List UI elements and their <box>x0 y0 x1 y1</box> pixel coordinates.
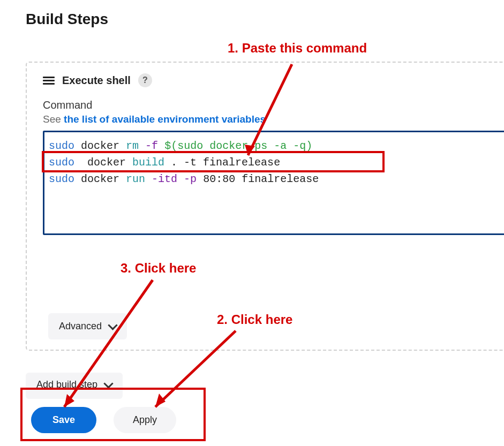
code-line-3: sudo docker run -itd -p 80:80 finalrelea… <box>49 171 504 187</box>
code-line-2: sudo docker build . -t finalrelease <box>49 154 504 171</box>
step-header: Execute shell ? <box>43 73 504 87</box>
svg-marker-3 <box>155 394 166 407</box>
help-icon[interactable]: ? <box>138 73 152 87</box>
drag-handle-icon[interactable] <box>43 77 55 85</box>
see-prefix: See <box>43 114 64 125</box>
command-textarea[interactable]: sudo docker rm -f $(sudo docker ps -a -q… <box>43 131 504 235</box>
command-help-text: See the list of available environment va… <box>43 114 504 125</box>
chevron-down-icon <box>108 320 117 330</box>
add-build-step-button[interactable]: Add build step <box>26 373 123 399</box>
page-title: Build Steps <box>0 0 504 28</box>
step-title: Execute shell <box>62 74 131 87</box>
env-vars-link[interactable]: the list of available environment variab… <box>64 114 266 125</box>
add-build-step-label: Add build step <box>36 379 97 390</box>
advanced-label: Advanced <box>59 321 102 332</box>
chevron-down-icon <box>103 379 113 388</box>
advanced-button[interactable]: Advanced <box>48 313 127 339</box>
annotation-text-1: 1. Paste this command <box>228 41 367 56</box>
code-line-1: sudo docker rm -f $(sudo docker ps -a -q… <box>49 138 504 154</box>
apply-button[interactable]: Apply <box>114 407 176 433</box>
build-step-panel: Execute shell ? Command See the list of … <box>26 62 504 351</box>
command-label: Command <box>43 99 504 111</box>
save-button[interactable]: Save <box>31 407 96 433</box>
